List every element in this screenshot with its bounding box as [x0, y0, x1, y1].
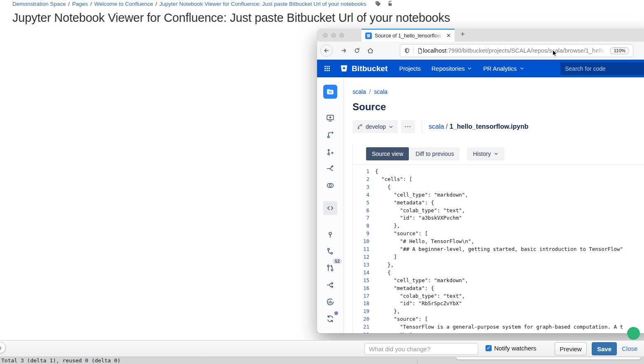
source-browser-icon [326, 87, 335, 96]
file-path-repo-link[interactable]: scala [429, 123, 444, 130]
line-content: "id": "a3bskVXPvchm" [375, 214, 462, 222]
sidebar-item-compare[interactable] [323, 162, 337, 176]
sidebar-item-branches[interactable] [323, 244, 337, 258]
sidebar-item-expand[interactable] [323, 332, 337, 333]
source-code-view[interactable]: 1{2 "cells": [3 {4 "cell_type": "markdow… [353, 165, 644, 333]
address-bar[interactable]: localhost:7990/bitbucket/projects/SCALA/… [400, 44, 633, 57]
breadcrumb-link[interactable]: Pages [72, 1, 88, 7]
line-number[interactable]: 5 [353, 199, 375, 207]
nav-item-pr-analytics[interactable]: PR Analytics [483, 65, 524, 72]
breadcrumb-link[interactable]: Welcome to Confluence [94, 1, 153, 7]
shield-icon[interactable] [404, 48, 410, 54]
line-content: "\n" [375, 331, 412, 333]
line-number[interactable]: 15 [353, 277, 375, 285]
code-line: 4 "cell_type": "markdown", [353, 191, 644, 199]
line-number[interactable]: 3 [353, 183, 375, 191]
line-number[interactable]: 8 [353, 222, 375, 230]
browser-tab[interactable]: Source of 1_hello_tensorflow.ipy ✕ [362, 29, 455, 42]
tab-source-view[interactable]: Source view [366, 147, 409, 160]
bitbucket-navbar: Bitbucket ProjectsRepositoriesPR Analyti… [317, 60, 644, 77]
reload-button[interactable] [351, 47, 363, 54]
url-text[interactable]: localhost:7990/bitbucket/projects/SCALA/… [423, 47, 607, 54]
sidebar-item-code[interactable] [323, 201, 337, 215]
new-tab-button[interactable]: + [460, 30, 465, 39]
tab-diff-to-previous[interactable]: Diff to previous [410, 147, 460, 160]
line-number[interactable]: 22 [353, 331, 375, 333]
line-number[interactable]: 6 [353, 207, 375, 215]
tab-history[interactable]: History [467, 147, 504, 160]
change-comment-input[interactable] [364, 343, 478, 355]
page-icon[interactable] [417, 48, 423, 54]
save-button[interactable]: Save [592, 342, 617, 355]
line-number[interactable]: 13 [353, 261, 375, 269]
project-link[interactable]: scala [352, 88, 366, 95]
unlock-icon[interactable] [387, 0, 394, 7]
line-number[interactable]: 2 [353, 176, 375, 183]
close-window-icon[interactable] [323, 33, 328, 38]
line-number[interactable]: 19 [353, 308, 375, 315]
zoom-level-badge[interactable]: 110% [610, 47, 629, 54]
sidebar-item-insights[interactable] [323, 295, 337, 309]
line-number[interactable]: 7 [353, 214, 375, 222]
breadcrumb-link[interactable]: Demonstration Space [12, 1, 66, 7]
sidebar-item-create-pull-request[interactable] [323, 145, 337, 159]
browser-window: Source of 1_hello_tensorflow.ipy ✕ + loc… [317, 29, 644, 333]
zoom-window-icon[interactable] [339, 33, 344, 38]
line-number[interactable]: 1 [353, 168, 375, 176]
more-actions-button[interactable]: ··· [401, 120, 415, 133]
line-content: }, [375, 308, 400, 315]
sidebar-item-source-browser[interactable] [323, 85, 337, 99]
help-bubble-icon[interactable] [627, 327, 640, 340]
sidebar-item-mirror[interactable] [323, 179, 337, 192]
sidebar-item-sync[interactable] [323, 312, 337, 326]
notify-watchers-checkbox[interactable]: ✓ [485, 345, 492, 351]
minimize-window-icon[interactable] [331, 33, 336, 38]
line-number[interactable]: 11 [353, 246, 375, 253]
sidebar-item-commit[interactable] [323, 227, 337, 241]
code-line: 18 "id": "Rb5rSpcZvYbX" [353, 300, 644, 308]
nav-item-projects[interactable]: Projects [399, 65, 420, 72]
tag-icon[interactable] [375, 0, 381, 7]
sidebar-item-fork[interactable] [323, 278, 337, 292]
line-number[interactable]: 20 [353, 315, 375, 323]
sidebar-item-create-branch[interactable] [323, 128, 337, 142]
app-switcher-icon[interactable] [324, 65, 331, 72]
chevron-down-icon [467, 66, 472, 71]
chevron-down-icon [519, 66, 525, 71]
bitbucket-favicon-icon [365, 32, 372, 39]
back-button[interactable] [320, 44, 333, 57]
line-number[interactable]: 4 [353, 191, 375, 199]
page-heading: Source [352, 101, 644, 113]
sidebar-item-pull-requests[interactable]: 52 [323, 261, 337, 275]
line-content: "cells": [ [375, 176, 412, 183]
line-number[interactable]: 16 [353, 285, 375, 292]
bitbucket-logo[interactable]: Bitbucket [340, 64, 387, 73]
branch-selector-button[interactable]: develop [352, 120, 398, 133]
window-controls[interactable] [323, 33, 344, 38]
notify-watchers[interactable]: ✓ Notify watchers [485, 345, 537, 352]
sidebar-item-clone[interactable] [323, 111, 337, 125]
preview-button[interactable]: Preview [555, 342, 587, 355]
pr-count-badge: 52 [333, 258, 342, 264]
notify-watchers-label: Notify watchers [494, 345, 537, 352]
close-tab-icon[interactable]: ✕ [446, 32, 451, 39]
line-number[interactable]: 17 [353, 292, 375, 300]
repo-link[interactable]: scala [374, 88, 387, 95]
line-number[interactable]: 10 [353, 238, 375, 246]
line-content: "## A beginner-level, getting started, b… [375, 246, 623, 253]
breadcrumb-link[interactable]: Jupyter Notebook Viewer for Confluence: … [159, 1, 366, 7]
bitbucket-sidebar: 52 [317, 77, 344, 333]
bitbucket-content: scala / scala Source develop ··· scala /… [344, 77, 644, 333]
home-button[interactable] [364, 47, 376, 54]
line-number[interactable]: 12 [353, 253, 375, 261]
line-number[interactable]: 21 [353, 323, 375, 331]
close-button[interactable]: Close [622, 345, 637, 352]
line-number[interactable]: 18 [353, 300, 375, 308]
line-number[interactable]: 9 [353, 230, 375, 238]
forward-button[interactable] [338, 47, 350, 54]
code-icon [326, 204, 335, 213]
line-number[interactable]: 14 [353, 269, 375, 277]
line-content: "metadata": { [375, 285, 434, 292]
nav-item-repositories[interactable]: Repositories [432, 65, 473, 72]
search-input[interactable]: Search for code [560, 63, 644, 75]
